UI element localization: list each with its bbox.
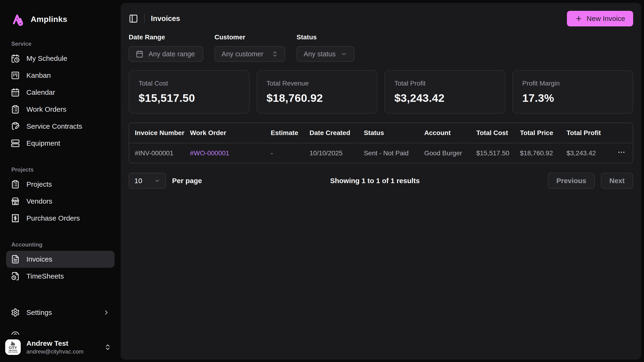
calendar-days-icon (11, 88, 20, 97)
col-total-price: Total Price (514, 123, 561, 143)
table-row[interactable]: #INV-000001 #WO-000001 - 10/10/2025 Sent… (129, 143, 633, 163)
help-circle-icon (11, 331, 20, 335)
sidebar-toggle-icon[interactable] (129, 14, 138, 23)
sidebar-item-equipment[interactable]: Equipment (6, 135, 114, 152)
cell-total-price: $18,760.92 (514, 143, 561, 163)
header-divider (144, 14, 145, 23)
col-estimate: Estimate (265, 123, 304, 143)
col-date-created: Date Created (304, 123, 358, 143)
section-label-accounting: Accounting (11, 241, 114, 248)
app-name: Amplinks (31, 14, 67, 24)
invoices-table: Invoice Number Work Order Estimate Date … (129, 122, 633, 163)
status-select[interactable]: Any status (296, 46, 354, 62)
sidebar-item-label: My Schedule (26, 54, 67, 62)
summary-cards: Total Cost $15,517.50 Total Revenue $18,… (129, 70, 633, 114)
main-panel: Invoices New Invoice Date Range Any date… (121, 3, 641, 360)
sidebar-bottom: Settings - (0, 304, 121, 336)
cell-invoice-number: #INV-000001 (129, 143, 184, 163)
receipt-dollar-icon (11, 214, 20, 223)
sidebar-item-calendar[interactable]: Calendar (6, 84, 114, 101)
cell-status: Sent - Not Paid (358, 143, 418, 163)
row-actions-ellipsis-icon[interactable] (617, 148, 626, 156)
per-page-value: 10 (134, 177, 142, 185)
results-summary: Showing 1 to 1 of 1 results (202, 177, 548, 185)
sidebar-item-label: Equipment (26, 139, 60, 147)
sidebar-item-label: Kanban (26, 72, 51, 80)
avatar: CITY HEATING AND COOLING (5, 340, 21, 355)
chevron-down-icon (154, 178, 160, 184)
sidebar-item-service-contracts[interactable]: Service Contracts (6, 118, 114, 135)
user-menu-trigger[interactable]: CITY HEATING AND COOLING Andrew Test and… (0, 336, 121, 362)
chevron-right-icon (103, 309, 110, 316)
cell-total-profit: $3,243.42 (561, 143, 612, 163)
date-range-label: Date Range (129, 34, 203, 41)
work-order-link[interactable]: #WO-000001 (184, 143, 265, 163)
pagination-bar: 10 Per page Showing 1 to 1 of 1 results … (129, 173, 633, 189)
col-account: Account (419, 123, 471, 143)
per-page-label: Per page (172, 177, 202, 185)
sidebar-item-projects[interactable]: Projects (6, 176, 114, 193)
new-invoice-button[interactable]: New Invoice (567, 11, 633, 26)
clipboard-list-icon (11, 180, 20, 189)
cell-estimate: - (265, 143, 304, 163)
customer-value: Any customer (222, 50, 263, 58)
col-invoice-number: Invoice Number (129, 123, 184, 143)
customer-label: Customer (214, 34, 285, 41)
sidebar-item-my-schedule[interactable]: My Schedule (6, 50, 114, 67)
cell-account: Good Burger (419, 143, 471, 163)
section-label-projects: Projects (11, 166, 114, 173)
file-clock-icon (11, 272, 20, 281)
store-icon (11, 197, 20, 206)
sidebar-item-work-orders[interactable]: Work Orders (6, 101, 114, 118)
cell-date-created: 10/10/2025 (304, 143, 358, 163)
sidebar-item-label: Settings (26, 308, 52, 316)
avatar-text: CITY (9, 346, 17, 350)
plus-icon (575, 15, 582, 22)
card-profit-margin: Profit Margin 17.3% (512, 70, 634, 114)
server-icon (11, 139, 20, 148)
card-total-revenue: Total Revenue $18,760.92 (257, 70, 378, 114)
sidebar-item-label: Projects (26, 180, 52, 188)
kanban-icon (11, 71, 20, 80)
sidebar-item-invoices[interactable]: Invoices (6, 251, 114, 268)
col-total-cost: Total Cost (470, 123, 514, 143)
sidebar-item-label: TimeSheets (26, 272, 64, 280)
chevrons-up-down-icon (104, 344, 111, 351)
app-logo: Amplinks (0, 0, 121, 26)
date-range-value: Any date range (148, 50, 195, 58)
status-label: Status (296, 34, 354, 41)
sidebar-item-label: Service Contracts (26, 122, 82, 130)
sidebar-item-label: Work Orders (26, 105, 66, 113)
filter-customer: Customer Any customer (214, 34, 285, 62)
sidebar-item-vendors[interactable]: Vendors (6, 193, 114, 210)
sidebar-item-label: Calendar (26, 88, 55, 96)
clipboard-list-icon (11, 105, 20, 114)
page-header: Invoices New Invoice (129, 3, 633, 29)
sidebar-item-label: Purchase Orders (26, 214, 80, 222)
sidebar-item-label: Vendors (26, 197, 52, 205)
card-total-cost: Total Cost $15,517.50 (129, 70, 250, 114)
table-header-row: Invoice Number Work Order Estimate Date … (129, 123, 633, 143)
date-range-picker[interactable]: Any date range (129, 46, 203, 62)
sidebar-item-settings[interactable]: Settings (6, 304, 114, 321)
col-work-order: Work Order (184, 123, 265, 143)
sidebar-nav: Service My Schedule Kanban Calendar Work… (0, 26, 121, 285)
gear-icon (11, 308, 20, 317)
previous-page-button[interactable]: Previous (548, 173, 595, 189)
clipboard-pen-icon (11, 122, 20, 131)
filters-row: Date Range Any date range Customer Any c… (129, 34, 633, 62)
filter-status: Status Any status (296, 34, 354, 62)
next-page-button[interactable]: Next (601, 173, 633, 189)
new-invoice-label: New Invoice (587, 14, 625, 22)
sidebar-item-purchase-orders[interactable]: Purchase Orders (6, 210, 114, 227)
col-status: Status (358, 123, 418, 143)
sidebar-item-kanban[interactable]: Kanban (6, 67, 114, 84)
section-label-service: Service (11, 40, 114, 47)
customer-select[interactable]: Any customer (214, 46, 285, 62)
page-title: Invoices (151, 14, 180, 23)
sidebar-item-timesheets[interactable]: TimeSheets (6, 268, 114, 285)
status-value: Any status (304, 50, 336, 58)
filter-date-range: Date Range Any date range (129, 34, 203, 62)
per-page-select[interactable]: 10 (129, 173, 166, 189)
sidebar-item-label: Invoices (26, 255, 52, 263)
